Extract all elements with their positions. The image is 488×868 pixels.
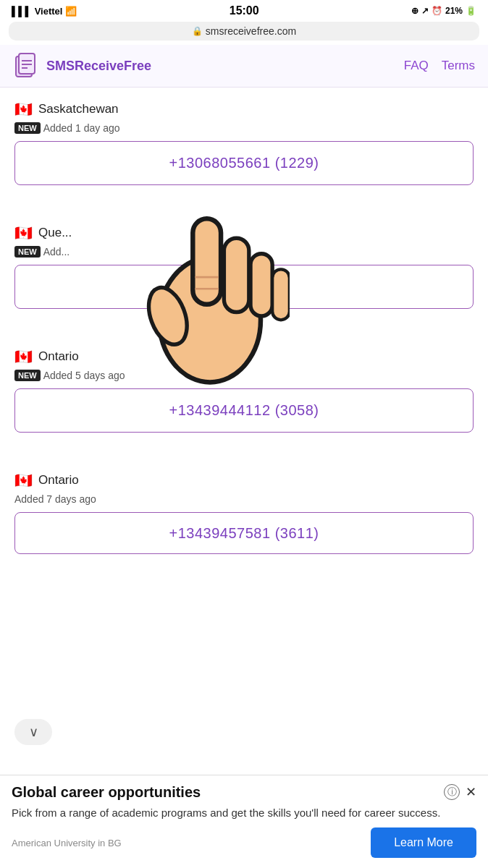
ad-title: Global career opportunities [12,784,444,801]
region-label-3: 🇨🇦 Ontario [14,472,474,489]
lock-icon: 🔒 [192,26,203,36]
battery-level: 21% [445,6,463,16]
phone-entry-1: 🇨🇦 Que... NEW Add... +1438...2354 [14,211,474,319]
signal-bars: ▌▌▌ [12,6,32,17]
region-name-1: Que... [38,226,72,240]
alarm-icon: ⏰ [432,6,442,16]
added-text-2: Added 5 days ago [43,370,125,381]
region-name-3: Ontario [38,473,79,488]
brand-name: SMSReceiveFree [46,59,151,74]
ad-controls: ⓘ ✕ [444,784,476,800]
carrier-name: Viettel [35,6,63,17]
location-icon: ⊕ [411,6,418,16]
main-content: 🇨🇦 Saskatchewan NEW Added 1 day ago +130… [0,88,488,564]
phone-number-2: +13439444112 (3058) [169,402,319,419]
new-badge-1: NEW [14,246,41,258]
meta-row-3: Added 7 days ago [14,493,474,505]
region-label-1: 🇨🇦 Que... [14,224,474,242]
site-header: SMSReceiveFree FAQ Terms [0,45,488,88]
new-badge-2: NEW [14,370,41,381]
new-badge-0: NEW [14,122,41,134]
ad-close-button[interactable]: ✕ [466,784,476,800]
phone-number-0: +13068055661 (1229) [169,155,319,171]
terms-link[interactable]: Terms [442,59,475,73]
phone-entry-2: 🇨🇦 Ontario NEW Added 5 days ago +1343944… [14,335,474,443]
wifi-icon: 📶 [65,6,77,17]
region-label-2: 🇨🇦 Ontario [14,348,474,365]
brand-icon [13,52,41,80]
region-label-0: 🇨🇦 Saskatchewan [14,101,474,118]
status-bar: ▌▌▌ Viettel 📶 15:00 ⊕ ↗ ⏰ 21% 🔋 [0,0,488,20]
status-time: 15:00 [230,4,259,17]
flag-icon-2: 🇨🇦 [14,348,33,365]
url-text: smsreceivefree.com [206,25,296,37]
ad-header: Global career opportunities ⓘ ✕ [12,784,476,801]
phone-entry-0: 🇨🇦 Saskatchewan NEW Added 1 day ago +130… [14,88,474,195]
status-right: ⊕ ↗ ⏰ 21% 🔋 [411,6,476,16]
phone-box-0[interactable]: +13068055661 (1229) [14,141,474,185]
added-text-3: Added 7 days ago [14,493,96,505]
ad-source: American University in BG [12,838,122,848]
added-text-0: Added 1 day ago [43,122,120,134]
phone-number-1: +1438...2354 [199,278,288,295]
phone-number-3: +13439457581 (3611) [169,525,319,542]
chevron-down-icon: ∨ [29,724,38,740]
meta-row-2: NEW Added 5 days ago [14,370,474,381]
ad-description: Pick from a range of academic programs a… [12,805,476,820]
flag-icon-3: 🇨🇦 [14,472,33,489]
scroll-down-button[interactable]: ∨ [14,719,52,745]
brand-logo[interactable]: SMSReceiveFree [13,52,151,80]
battery-icon: 🔋 [466,6,476,16]
ad-info-button[interactable]: ⓘ [444,784,460,800]
ad-cta-button[interactable]: Learn More [371,827,476,858]
phone-box-3[interactable]: +13439457581 (3611) [14,512,474,554]
flag-icon-1: 🇨🇦 [14,224,33,242]
flag-icon-0: 🇨🇦 [14,101,33,118]
meta-row-1: NEW Add... [14,246,474,258]
url-bar[interactable]: 🔒 smsreceivefree.com [9,22,479,41]
navigation-icon: ↗ [421,6,429,16]
added-text-1: Add... [43,246,70,258]
faq-link[interactable]: FAQ [404,59,429,73]
phone-box-1[interactable]: +1438...2354 [14,265,474,309]
nav-links: FAQ Terms [404,59,475,73]
status-left: ▌▌▌ Viettel 📶 [12,6,77,17]
phone-entry-3: 🇨🇦 Ontario Added 7 days ago +13439457581… [14,459,474,564]
region-name-0: Saskatchewan [38,102,119,116]
region-name-2: Ontario [38,349,79,364]
ad-footer: American University in BG Learn More [12,827,476,858]
phone-box-2[interactable]: +13439444112 (3058) [14,388,474,433]
meta-row-0: NEW Added 1 day ago [14,122,474,134]
ad-banner: Global career opportunities ⓘ ✕ Pick fro… [0,775,488,868]
